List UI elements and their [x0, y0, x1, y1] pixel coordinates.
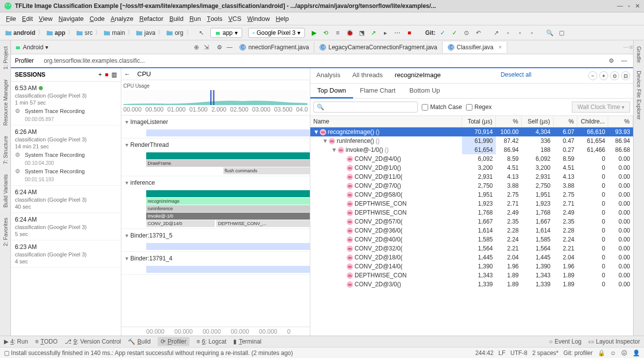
menu-view[interactable]: View — [37, 14, 55, 23]
menu-analyze[interactable]: Analyze — [109, 14, 136, 23]
trace-bar[interactable]: DEPTHWISE_CONV_... — [216, 220, 310, 227]
close-tab-icon[interactable]: × — [498, 44, 502, 51]
left-tool-resource-manager[interactable]: Resource Manager — [1, 75, 9, 130]
right-tool-gradle[interactable]: Gradle — [635, 42, 643, 67]
trace-table-row[interactable]: mDEPTHWISE_CON1,3431.891,3431.8900.00 — [310, 271, 633, 280]
col-name[interactable]: Name — [310, 116, 462, 127]
col-children[interactable]: Childre... — [577, 116, 608, 127]
menu-code[interactable]: Code — [88, 14, 106, 23]
trace-search-input[interactable]: 🔍 — [313, 102, 418, 113]
nav-back-icon[interactable]: ↖ — [196, 28, 206, 38]
profiler-hide-icon[interactable]: — — [619, 56, 629, 66]
trace-table-row[interactable]: mCONV_2D@1/0()3,2004.513,2004.5100.00 — [310, 163, 633, 172]
breadcrumb-item[interactable]: app — [44, 28, 67, 37]
profiler-gear-icon[interactable]: ⚙ — [606, 56, 616, 66]
window-close[interactable]: ✕ — [635, 2, 640, 9]
trace-table-row[interactable]: mDEPTHWISE_CON1,9232.711,9232.7100.00 — [310, 199, 633, 208]
git-revert-icon[interactable]: ↶ — [473, 28, 483, 38]
apply-changes-icon[interactable]: ⟲ — [321, 28, 331, 38]
file-tab[interactable]: cLegacyCameraConnectionFragment.java — [314, 42, 443, 53]
trace-table-row[interactable]: mCONV_2D@36/0(1,6142.281,6142.2800.00 — [310, 226, 633, 235]
session-layout-icon[interactable]: ▥ — [111, 71, 117, 78]
trace-table-row[interactable]: mCONV_2D@4/0()6,0928.596,0928.5900.00 — [310, 154, 633, 163]
trace-table-row[interactable]: mCONV_2D@18/0(1,4452.041,4452.0400.00 — [310, 253, 633, 262]
resource-icon[interactable]: ▫ — [527, 28, 537, 38]
hide-icon[interactable]: — — [224, 42, 234, 52]
zoom-fit-icon[interactable]: ⊡ — [621, 71, 630, 80]
git-update-icon[interactable]: ✓ — [438, 28, 448, 38]
menu-help[interactable]: Help — [274, 14, 291, 23]
trace-bar[interactable] — [146, 266, 310, 273]
zoom-in-icon[interactable]: + — [599, 71, 608, 80]
analysis-tab[interactable]: recognizeImage — [389, 68, 447, 83]
stop-session-icon[interactable]: ■ — [105, 71, 108, 78]
time-mode-dropdown[interactable]: Wall Clock Time ▾ — [572, 102, 630, 113]
view-tab-bottom-up[interactable]: Bottom Up — [402, 84, 447, 98]
tool-window-build[interactable]: 🔨Build — [128, 338, 151, 345]
breadcrumb-item[interactable]: src — [74, 28, 94, 37]
trace-back-button[interactable]: ← — [124, 71, 134, 78]
run-config-dropdown[interactable]: app ▾ — [210, 28, 242, 38]
trace-bar[interactable]: DrawFrame — [146, 160, 310, 167]
menu-run[interactable]: Run — [187, 14, 203, 23]
trace-bar[interactable]: runInference — [146, 205, 310, 212]
status-icon[interactable]: 👤 — [633, 350, 640, 357]
menu-window[interactable]: Window — [245, 14, 272, 23]
analysis-tab[interactable]: Analysis — [310, 68, 346, 83]
trace-bar[interactable]: recognizeImage — [146, 198, 310, 205]
col-pct1[interactable]: % — [496, 116, 522, 127]
gear-icon[interactable]: ⚙ — [214, 42, 224, 52]
run-icon[interactable]: ▶ — [309, 28, 319, 38]
trace-table-row[interactable]: mCONV_2D@7/0()2,7503.882,7503.8800.00 — [310, 181, 633, 190]
project-view-dropdown[interactable]: Android ▾ — [11, 42, 52, 53]
status-field[interactable]: UTF-8 — [510, 350, 527, 357]
status-field[interactable]: 244:42 — [475, 350, 494, 357]
trace-table-row[interactable]: mCONV_2D@11/0(2,9314.132,9314.1300.00 — [310, 172, 633, 181]
trace-table-row[interactable]: mCONV_2D@32/0(1,5642.211,5642.2100.00 — [310, 244, 633, 253]
stop-icon[interactable]: ■ — [404, 28, 414, 38]
trace-table-row[interactable]: mDEPTHWISE_CON1,7682.491,7682.4900.00 — [310, 208, 633, 217]
breadcrumb-item[interactable]: org — [164, 28, 185, 37]
window-minimize[interactable]: — — [617, 2, 623, 9]
breadcrumb-item[interactable]: main — [101, 28, 127, 37]
menu-tools[interactable]: Tools — [205, 14, 224, 23]
tool-window-todo[interactable]: ≡TODO — [35, 338, 57, 345]
profile-icon[interactable]: ↗ — [368, 28, 378, 38]
trace-bar[interactable]: Invoke@-1/0 — [146, 213, 310, 220]
trace-bar[interactable] — [146, 243, 310, 250]
thread-header[interactable]: ▾Binder:13791_5 — [121, 229, 310, 242]
avd-icon[interactable]: ▫ — [503, 28, 513, 38]
status-icon[interactable]: 🔒 — [598, 350, 605, 357]
add-session-icon[interactable]: + — [98, 71, 102, 78]
trace-bar[interactable] — [146, 152, 310, 159]
menu-file[interactable]: File — [4, 14, 18, 23]
session-item[interactable]: 6:53 AMclassification (Google Pixel 3)1 … — [11, 82, 121, 125]
debug-apply-icon[interactable]: ≡ — [333, 28, 343, 38]
status-icon[interactable]: ☺ — [610, 350, 616, 357]
view-tab-flame-chart[interactable]: Flame Chart — [353, 84, 403, 98]
window-maximize[interactable]: ▫ — [628, 2, 630, 9]
more-icon[interactable]: ⋯ — [392, 28, 402, 38]
zoom-reset-icon[interactable]: ⊙ — [610, 71, 619, 80]
file-tab[interactable]: cClassifier.java× — [443, 42, 507, 53]
trace-table-row[interactable]: mCONV_2D@3/0()1,3391.891,3391.8900.00 — [310, 280, 633, 289]
git-commit-icon[interactable]: ✓ — [450, 28, 460, 38]
breadcrumb-item[interactable]: android — [3, 28, 37, 37]
menu-vcs[interactable]: VCS — [226, 14, 243, 23]
session-item[interactable]: 6:24 AMclassification (Google Pixel 3)5 … — [11, 213, 121, 240]
trace-table-row[interactable]: ▼mrunInference()()61,99087.423360.4761,6… — [310, 136, 633, 145]
status-icon[interactable]: ☹ — [621, 350, 628, 357]
sync-icon[interactable]: ↗ — [491, 28, 501, 38]
cpu-usage-chart[interactable] — [123, 90, 308, 105]
target-icon[interactable]: ⊕ — [191, 42, 201, 52]
status-expand-icon[interactable]: ▢ — [4, 350, 9, 357]
menu-refactor[interactable]: Refactor — [137, 14, 165, 23]
tool-window-event-log[interactable]: ○Event Log — [549, 338, 581, 345]
trace-bar[interactable] — [146, 129, 310, 136]
debug-icon[interactable]: 🐞 — [345, 28, 355, 38]
left-tool--structure[interactable]: 7: Structure — [1, 132, 9, 168]
file-tab[interactable]: cnnectionFragment.java — [234, 42, 314, 53]
trace-table-row[interactable]: ▼mrecognizeImage()()70,914100.004,3046.0… — [310, 127, 633, 136]
right-tool-device-file-explorer[interactable]: Device File Explorer — [635, 67, 643, 123]
session-item[interactable]: 6:23 AMclassification (Google Pixel 3)4 … — [11, 240, 121, 268]
